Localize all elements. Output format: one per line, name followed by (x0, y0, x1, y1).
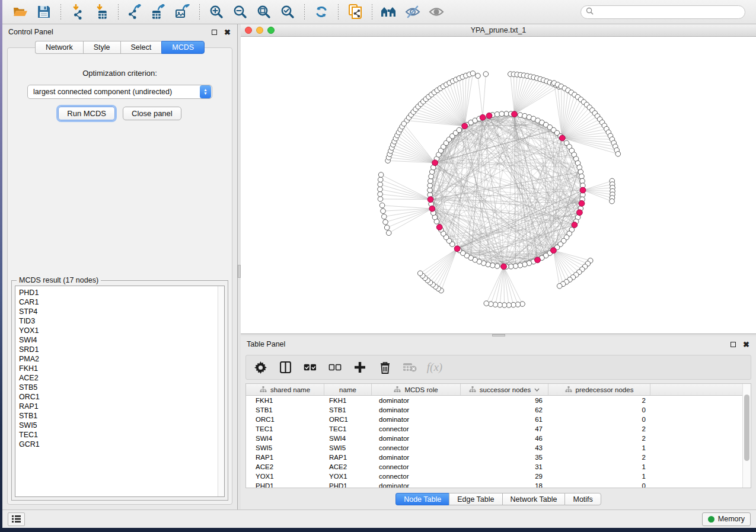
cell-MCDS-role: connector (372, 472, 461, 481)
fx-button: f(x) (428, 360, 442, 374)
export-table-button[interactable] (149, 2, 169, 21)
table-row[interactable]: STB1STB1dominator620 (246, 405, 742, 415)
zoom-selected-button[interactable] (277, 2, 298, 21)
select-all-button[interactable] (303, 360, 317, 374)
table-row[interactable]: SWI5SWI5connector431 (246, 443, 742, 453)
search-box[interactable] (580, 5, 745, 19)
cell-name: YOX1 (324, 472, 372, 481)
tab-select[interactable]: Select (120, 41, 162, 54)
network-canvas[interactable] (241, 37, 756, 334)
column-header-MCDS-role[interactable]: MCDS role (372, 384, 461, 395)
cell-shared-name: SWI4 (246, 434, 324, 443)
zoom-out-button[interactable] (230, 2, 250, 21)
gear-button[interactable] (253, 360, 267, 374)
show-all-button[interactable] (426, 2, 446, 21)
column-header-predecessor-nodes[interactable]: predecessor nodes (548, 384, 650, 395)
network-view-window: YPA_prune.txt_1 (241, 24, 756, 334)
table-row[interactable]: YOX1YOX1connector291 (246, 472, 742, 481)
table-tabs: Node TableEdge TableNetwork TableMotifs (241, 493, 756, 505)
horizontal-splitter-grip[interactable] (492, 334, 505, 336)
cell-shared-name: PHD1 (246, 481, 324, 488)
network-from-selection-button[interactable] (345, 2, 365, 21)
table-row[interactable]: ORC1ORC1dominator610 (246, 415, 742, 424)
mcds-result-item[interactable]: FKH1 (19, 364, 218, 373)
vertical-splitter[interactable] (238, 24, 241, 509)
table-row[interactable]: FKH1FKH1dominator962 (246, 396, 742, 405)
trash-button[interactable] (378, 360, 392, 374)
mcds-result-item[interactable]: SWI4 (19, 335, 218, 345)
close-panel-button[interactable]: Close panel (123, 107, 181, 120)
table-float-panel-icon[interactable] (729, 341, 737, 348)
column-type-icon (469, 386, 476, 393)
table-row[interactable]: SWI4SWI4dominator462 (246, 434, 742, 443)
cell-MCDS-role: connector (372, 424, 461, 434)
first-neighbors-button[interactable] (379, 2, 399, 21)
open-button[interactable] (10, 2, 30, 21)
close-panel-icon[interactable]: ✖ (224, 28, 231, 36)
search-input[interactable] (596, 8, 740, 16)
task-history-button[interactable] (8, 512, 25, 526)
cell-shared-name: SWI5 (246, 443, 324, 453)
tab-edge-table[interactable]: Edge Table (449, 493, 502, 505)
mcds-result-item[interactable]: GCR1 (19, 440, 218, 449)
export-network-button[interactable] (125, 2, 145, 21)
tab-motifs[interactable]: Motifs (564, 493, 601, 505)
table-close-panel-icon[interactable]: ✖ (742, 341, 750, 348)
mcds-result-item[interactable]: SRD1 (19, 345, 218, 354)
tab-network-table[interactable]: Network Table (502, 493, 565, 505)
vertical-splitter-grip[interactable] (238, 265, 241, 278)
column-header-successor-nodes[interactable]: successor nodes (461, 384, 548, 395)
mcds-result-item[interactable]: STB5 (19, 383, 218, 392)
window-close-icon[interactable] (245, 27, 252, 34)
mcds-result-item[interactable]: CAR1 (19, 297, 218, 307)
column-header-shared-name[interactable]: shared name (246, 384, 324, 395)
mcds-result-item[interactable]: TID3 (19, 316, 218, 326)
optimization-criterion-label: Optimization criterion: (8, 69, 232, 78)
zoom-in-button[interactable] (206, 2, 227, 21)
cell-MCDS-role: dominator (372, 396, 461, 405)
add-button[interactable] (353, 360, 367, 374)
mcds-result-item[interactable]: SWI5 (19, 421, 218, 430)
zoom-fit-button[interactable] (254, 2, 274, 21)
tab-network[interactable]: Network (35, 41, 83, 54)
cell-shared-name: YOX1 (246, 472, 324, 481)
mcds-result-item[interactable]: RAP1 (19, 402, 218, 411)
table-vertical-scrollbar[interactable] (742, 384, 751, 488)
mcds-result-item[interactable]: PHD1 (19, 288, 218, 297)
window-minimize-icon[interactable] (256, 27, 263, 34)
cell-predecessor-nodes: 2 (548, 453, 650, 462)
mcds-result-item[interactable]: YOX1 (19, 326, 218, 335)
hide-selected-button[interactable] (403, 2, 423, 21)
memory-button[interactable]: Memory (702, 512, 751, 526)
mcds-result-item[interactable]: STP4 (19, 307, 218, 316)
table-row[interactable]: ACE2ACE2connector311 (246, 462, 742, 472)
mcds-result-item[interactable]: ORC1 (19, 392, 218, 402)
table-row[interactable]: PHD1PHD1dominator180 (246, 481, 742, 488)
mcds-result-item[interactable]: ACE2 (19, 373, 218, 383)
horizontal-splitter[interactable] (241, 334, 756, 336)
table-row[interactable]: RAP1RAP1dominator352 (246, 453, 742, 462)
import-network-button[interactable] (68, 2, 88, 21)
mcds-result-item[interactable]: PMA2 (19, 354, 218, 364)
mcds-result-item[interactable]: TEC1 (19, 430, 218, 440)
tab-style[interactable]: Style (83, 41, 120, 54)
columns-button[interactable] (278, 360, 292, 374)
combo-stepper-icon: ▲▼ (200, 85, 211, 98)
table-row[interactable]: TEC1TEC1connector472 (246, 424, 742, 434)
result-list-scrollbar[interactable] (218, 286, 224, 496)
window-zoom-icon[interactable] (267, 27, 275, 34)
scrollbar-thumb[interactable] (744, 395, 749, 461)
sort-desc-icon (534, 388, 540, 392)
deselect-all-button[interactable] (328, 360, 342, 374)
import-table-button[interactable] (91, 2, 111, 21)
export-image-button[interactable] (173, 2, 193, 21)
run-mcds-button[interactable]: Run MCDS (58, 107, 115, 120)
float-panel-icon[interactable] (210, 28, 218, 36)
save-button[interactable] (34, 2, 54, 21)
column-header-name[interactable]: name (324, 384, 372, 395)
tab-node-table[interactable]: Node Table (395, 493, 449, 505)
optimization-criterion-select[interactable]: largest connected component (undirected)… (27, 85, 212, 99)
tab-mcds[interactable]: MCDS (161, 41, 205, 54)
mcds-result-item[interactable]: STB1 (19, 411, 218, 421)
refresh-button[interactable] (311, 2, 331, 21)
